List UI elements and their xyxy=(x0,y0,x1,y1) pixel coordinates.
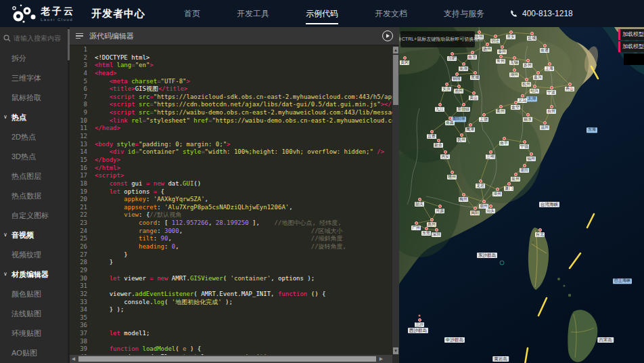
editor-menu-icon[interactable] xyxy=(76,33,83,39)
scroll-down-arrow[interactable]: ▼ xyxy=(393,347,398,354)
map-marker[interactable]: 赣州 xyxy=(447,171,457,179)
sidebar-scrollbar[interactable] xyxy=(68,27,70,363)
nav-item-0[interactable]: 首页 xyxy=(166,0,218,29)
map-marker[interactable]: 莆田 xyxy=(520,164,529,173)
map-marker[interactable]: 嘉兴 xyxy=(533,71,543,80)
nav-item-4[interactable]: 支持与服务 xyxy=(426,0,503,29)
map-marker[interactable]: 扬州 xyxy=(482,43,492,51)
dat-gui-function-row-1[interactable]: 加载模型 xyxy=(618,41,644,52)
map-marker[interactable]: 九江 xyxy=(435,103,444,112)
nav-item-1[interactable]: 开发工具 xyxy=(218,0,288,29)
map-marker[interactable]: 鹰潭 xyxy=(465,123,475,132)
map-marker[interactable]: 宁德 xyxy=(520,140,529,149)
map-marker[interactable]: 惠州 xyxy=(427,218,436,227)
map-marker[interactable]: 南通 xyxy=(540,44,549,53)
map-marker[interactable]: 韶关 xyxy=(415,198,424,207)
map-marker[interactable]: 景德镇 xyxy=(457,103,470,112)
map-marker[interactable]: 丽水 xyxy=(523,113,532,122)
map-marker[interactable]: 盐城 xyxy=(527,32,536,41)
map-marker[interactable]: 南昌 xyxy=(445,116,455,125)
map-marker[interactable]: 吉安 xyxy=(440,150,450,159)
sidebar-item-12[interactable]: 颜色贴图 xyxy=(0,284,70,304)
map-marker[interactable]: 漳州 xyxy=(492,188,502,196)
sidebar-item-11[interactable]: ∨材质编辑器 xyxy=(0,265,70,284)
map-marker[interactable]: 芜湖 xyxy=(459,62,468,71)
sidebar-item-0[interactable]: 拆分 xyxy=(0,49,70,68)
map-marker[interactable]: 台北 xyxy=(535,228,545,237)
map-marker[interactable]: 淮安 xyxy=(506,30,515,39)
sidebar-item-14[interactable]: 环境贴图 xyxy=(0,324,70,343)
map-marker[interactable]: 厦门 xyxy=(504,182,513,191)
map-marker[interactable]: 上海 xyxy=(545,62,554,71)
map-marker[interactable]: 南京 xyxy=(467,51,477,60)
map-marker[interactable]: 安庆 xyxy=(442,83,451,91)
map-marker[interactable]: 泰州 xyxy=(497,45,507,54)
line-number: 23 xyxy=(70,219,87,228)
scroll-left-arrow[interactable]: ◀ xyxy=(70,356,77,362)
map-marker[interactable]: 上饶 xyxy=(479,113,488,122)
map-marker[interactable]: 泉州 xyxy=(511,173,520,182)
scroll-right-arrow[interactable]: ▶ xyxy=(377,356,385,362)
map-marker[interactable]: 宁波 xyxy=(547,86,556,95)
map-marker[interactable]: 龙岩 xyxy=(476,179,485,188)
dat-gui-function-row-0[interactable]: 加载模型 xyxy=(618,29,644,40)
sidebar-item-6[interactable]: 热点图层 xyxy=(0,167,70,186)
map-marker[interactable]: 揭阳 xyxy=(470,207,480,215)
editor-vertical-scrollbar[interactable]: ▲ ▼ xyxy=(392,46,399,355)
map-marker[interactable]: 福州 xyxy=(526,152,536,161)
editor-horizontal-scrollbar[interactable]: ◀ ▶ xyxy=(70,355,392,363)
map-marker[interactable]: 常州 xyxy=(496,55,505,64)
horizontal-scroll-thumb[interactable] xyxy=(78,356,376,362)
code-content[interactable]: 12<!DOCTYPE html>3<html lang="en">4<head… xyxy=(70,46,392,355)
sidebar-item-10[interactable]: 视频纹理 xyxy=(0,245,70,265)
map-marker[interactable]: 温州 xyxy=(540,121,549,130)
search-input[interactable] xyxy=(14,35,69,42)
map-marker[interactable]: 黄山 xyxy=(469,91,478,100)
map-marker[interactable]: 三沙 xyxy=(415,318,424,327)
sidebar-item-13[interactable]: 法线贴图 xyxy=(0,304,70,324)
map-marker[interactable]: 新余 xyxy=(434,139,443,148)
map-marker[interactable]: 南平 xyxy=(499,137,509,146)
map-marker[interactable]: 黄冈 xyxy=(400,56,409,65)
map-marker[interactable]: 湖州 xyxy=(509,68,519,77)
map-marker[interactable]: 宿迁 xyxy=(490,35,500,43)
sidebar-item-15[interactable]: AO贴图 xyxy=(0,343,70,363)
map-marker[interactable]: 广州 xyxy=(411,221,421,230)
sidebar-item-4[interactable]: 2D热点 xyxy=(0,127,70,147)
sidebar-item-3[interactable]: ∨热点 xyxy=(0,108,70,127)
sidebar-item-8[interactable]: 自定义图标 xyxy=(0,206,70,226)
map-marker[interactable]: 梅州 xyxy=(459,193,468,202)
map-marker[interactable]: 抚州 xyxy=(457,133,466,142)
map-marker[interactable]: 衢州 xyxy=(496,105,505,114)
map-marker[interactable]: 义乌 xyxy=(518,94,527,103)
play-icon xyxy=(386,34,390,38)
sidebar-item-9[interactable]: ∨音视频 xyxy=(0,226,70,245)
scroll-up-arrow[interactable]: ▲ xyxy=(393,47,398,54)
map-marker[interactable]: 河源 xyxy=(435,205,444,213)
map-marker[interactable]: 汕头 xyxy=(486,205,495,213)
map-marker[interactable]: 三明 xyxy=(486,150,495,159)
map-marker[interactable]: 深圳 xyxy=(432,228,441,237)
map-marker[interactable]: 东莞 xyxy=(421,227,431,236)
gis-map-viewport[interactable]: 按住CTRL+鼠标左键拖动鼠标即可切换视角 加载模型加载模型 徐州宿迁淮安盐城扬… xyxy=(399,27,644,363)
sidebar-item-5[interactable]: 3D热点 xyxy=(0,147,70,167)
sidebar-item-2[interactable]: 鼠标拾取 xyxy=(0,88,70,108)
sidebar-item-1[interactable]: 三维字体 xyxy=(0,68,70,88)
map-marker[interactable]: 宜春 xyxy=(427,130,436,139)
map-marker[interactable]: 苏州 xyxy=(523,59,532,68)
marker-label: 淮安 xyxy=(506,35,515,39)
map-marker[interactable]: 铜陵 xyxy=(452,72,461,81)
map-marker[interactable]: 绍兴 xyxy=(530,85,539,93)
vertical-scroll-thumb[interactable] xyxy=(393,55,398,105)
map-marker[interactable]: 无锡 xyxy=(509,56,519,65)
nav-item-3[interactable]: 开发文档 xyxy=(356,0,426,29)
map-marker[interactable]: 舟山 xyxy=(565,83,574,91)
run-code-button[interactable] xyxy=(382,30,393,41)
map-marker[interactable]: 合肥 xyxy=(447,52,457,61)
map-marker[interactable]: 宣城 xyxy=(470,71,480,80)
marker-dot-icon xyxy=(489,205,492,208)
map-marker[interactable]: 台州 xyxy=(547,105,556,114)
sidebar-item-7[interactable]: 热点数据 xyxy=(0,186,70,206)
map-marker[interactable]: 池州 xyxy=(454,85,463,93)
nav-item-2[interactable]: 示例代码 xyxy=(288,0,356,29)
